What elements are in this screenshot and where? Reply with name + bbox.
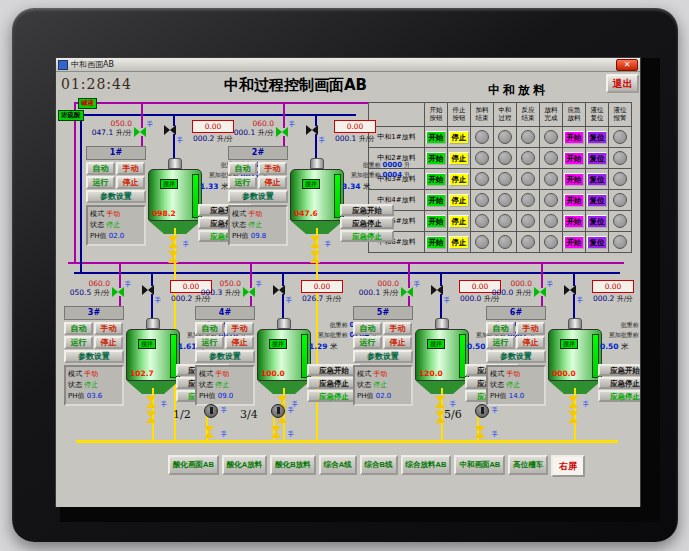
stop-button[interactable]: 停止	[449, 173, 469, 186]
bottom-nav-button[interactable]: 高位槽车	[508, 455, 548, 475]
start-button[interactable]: 开始	[426, 215, 446, 228]
manual-button[interactable]: 手动	[258, 162, 287, 175]
valve-icon	[271, 426, 281, 438]
run-button[interactable]: 运行	[86, 176, 115, 189]
params-button[interactable]: 参数设置	[86, 190, 146, 203]
emergency-stop-button[interactable]: 应急停止	[340, 217, 394, 229]
emergency-discharge-button[interactable]: 开始	[564, 236, 584, 249]
stop-button[interactable]: 停止	[516, 336, 545, 349]
stop-button[interactable]: 停止	[383, 336, 412, 349]
start-button[interactable]: 开始	[426, 236, 446, 249]
params-button[interactable]: 参数设置	[353, 350, 413, 363]
stop-button[interactable]: 停止	[225, 336, 254, 349]
params-button[interactable]: 参数设置	[228, 190, 288, 203]
level-reset-button[interactable]: 复位	[587, 215, 607, 228]
tank-motor	[168, 158, 182, 169]
emergency-discharge-button[interactable]: 开始	[564, 152, 584, 165]
close-icon[interactable]: ✕	[616, 59, 638, 71]
manual-button[interactable]: 手动	[516, 322, 545, 335]
auto-button[interactable]: 自动	[86, 162, 115, 175]
level-reset-button[interactable]: 复位	[587, 236, 607, 249]
bottom-nav-button[interactable]: 中和画面AB	[454, 455, 505, 475]
level-reset-button[interactable]: 复位	[587, 194, 607, 207]
neutralize-process-lamp	[498, 172, 512, 186]
run-button[interactable]: 运行	[486, 336, 515, 349]
run-button[interactable]: 运行	[64, 336, 93, 349]
stop-button[interactable]: 停止	[449, 152, 469, 165]
unit-id: 2#	[228, 146, 288, 160]
flow-readout-primary: 000.0 000.0 升/分	[486, 280, 532, 297]
unit-status-box: 模式 手动 状态 停止 PH值 09.8	[228, 205, 288, 246]
unit-control-panel: 3# 自动 手动 运行 停止 参数设置 模式 手动 状态 停止 PH值 03.6	[64, 306, 124, 406]
bottom-nav-button[interactable]: 右屏	[551, 455, 585, 477]
auto-button[interactable]: 自动	[353, 322, 382, 335]
unit-control-panel: 1# 自动 手动 运行 停止 参数设置 模式 手动 状态 停止 PH值 02.0	[86, 146, 146, 246]
unit-status-box: 模式 手动 状态 停止 PH值 03.6	[64, 365, 124, 406]
emergency-start-button[interactable]: 应急开始	[598, 364, 640, 376]
stop-button[interactable]: 停止	[449, 215, 469, 228]
run-button[interactable]: 运行	[353, 336, 382, 349]
hand-label: 手	[221, 406, 227, 415]
table-header-cell: 反应 结束	[517, 103, 540, 127]
manual-button[interactable]: 手动	[225, 322, 254, 335]
manual-button[interactable]: 手动	[383, 322, 412, 335]
flow-readout-primary: 060.0 050.5 升/分	[64, 280, 110, 297]
emergency-discharge-button[interactable]: 开始	[564, 215, 584, 228]
bottom-nav-button[interactable]: 酸化A放料	[222, 455, 267, 475]
params-button[interactable]: 参数设置	[195, 350, 255, 363]
params-button[interactable]: 参数设置	[64, 350, 124, 363]
tank-motor	[435, 318, 449, 329]
ph-value: 03.6	[87, 392, 103, 400]
ph-value: 02.0	[376, 392, 392, 400]
emergency-start-button[interactable]: 应急开始	[340, 204, 394, 216]
hand-label: 手	[125, 280, 131, 289]
bottom-nav-button[interactable]: 综合B线	[360, 455, 398, 475]
start-button[interactable]: 开始	[426, 152, 446, 165]
emergency-discharge-button[interactable]: 开始	[564, 194, 584, 207]
emergency-stop-button[interactable]: 应急停止	[598, 377, 640, 389]
bottom-nav-button[interactable]: 酸化画面AB	[168, 455, 219, 475]
auto-button[interactable]: 自动	[228, 162, 257, 175]
mode-value: 手动	[373, 370, 387, 378]
level-reset-button[interactable]: 复位	[587, 152, 607, 165]
stop-button[interactable]: 停止	[258, 176, 287, 189]
start-button[interactable]: 开始	[426, 194, 446, 207]
stop-button[interactable]: 停止	[449, 131, 469, 144]
run-button[interactable]: 运行	[195, 336, 224, 349]
stop-button[interactable]: 停止	[94, 336, 123, 349]
state-value: 停止	[84, 381, 98, 389]
params-button[interactable]: 参数设置	[486, 350, 546, 363]
reactor-tank: 搅拌 100.0	[257, 318, 311, 394]
emergency-discharge-button[interactable]: 开始	[564, 131, 584, 144]
bottom-nav-button[interactable]: 综合放料AB	[401, 455, 452, 475]
level-reset-button[interactable]: 复位	[587, 173, 607, 186]
valve-icon	[134, 127, 146, 137]
neutralize-process-lamp	[498, 151, 512, 165]
auto-button[interactable]: 自动	[64, 322, 93, 335]
bottom-nav-button[interactable]: 酸化B放料	[270, 455, 315, 475]
valve-icon	[310, 236, 320, 248]
flow-value: 050.5	[70, 288, 91, 297]
emergency-discharge-button[interactable]: 开始	[564, 173, 584, 186]
stop-button[interactable]: 停止	[116, 176, 145, 189]
app-icon	[58, 60, 68, 70]
level-reset-button[interactable]: 复位	[587, 131, 607, 144]
stop-button[interactable]: 停止	[449, 194, 469, 207]
start-button[interactable]: 开始	[426, 131, 446, 144]
unit-id: 3#	[64, 306, 124, 320]
auto-button[interactable]: 自动	[195, 322, 224, 335]
manual-button[interactable]: 手动	[116, 162, 145, 175]
exit-button[interactable]: 退出	[606, 74, 639, 93]
start-button[interactable]: 开始	[426, 173, 446, 186]
table-header-cell: 开始 按钮	[425, 103, 448, 127]
bottom-nav-button[interactable]: 综合A线	[319, 455, 357, 475]
stop-button[interactable]: 停止	[449, 236, 469, 249]
ph-value: 09.8	[251, 232, 267, 240]
app-window: 中和画面AB ✕ 01:28:44 中和过程控制画面AB 中和放料 退出 碱液 …	[55, 57, 641, 507]
hand-label: 手	[183, 240, 189, 249]
reaction-end-lamp	[521, 172, 535, 186]
run-button[interactable]: 运行	[228, 176, 257, 189]
auto-button[interactable]: 自动	[486, 322, 515, 335]
manual-button[interactable]: 手动	[94, 322, 123, 335]
neutralize-process-lamp	[498, 130, 512, 144]
